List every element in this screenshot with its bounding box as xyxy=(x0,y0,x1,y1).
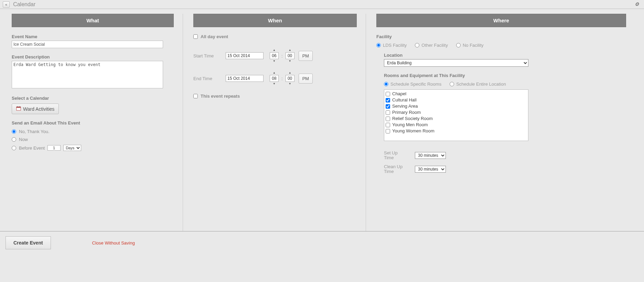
room-checkbox[interactable] xyxy=(386,104,390,109)
end-hour-input[interactable] xyxy=(270,75,279,82)
calendar-icon xyxy=(16,106,21,112)
start-date-input[interactable] xyxy=(226,52,264,59)
end-min-input[interactable] xyxy=(286,75,294,82)
when-column: When All day event Start Time ▲ ▼ : ▲ xyxy=(183,14,366,231)
email-before-count[interactable] xyxy=(47,145,61,151)
what-header: What xyxy=(12,14,174,27)
all-day-label: All day event xyxy=(201,34,228,39)
location-select[interactable]: Erda Building xyxy=(384,59,528,67)
back-button[interactable]: « xyxy=(3,1,10,8)
room-name: Cultural Hall xyxy=(392,97,417,103)
email-radio-no[interactable] xyxy=(12,129,16,134)
select-calendar-label: Select a Calendar xyxy=(12,96,174,101)
start-hour-down[interactable]: ▼ xyxy=(271,59,277,63)
rooms-label: Rooms and Equipment at This Facility xyxy=(384,73,626,78)
facility-radio-lds[interactable] xyxy=(376,43,381,47)
where-column: Where Facility LDS Facility Other Facili… xyxy=(366,14,632,231)
email-radio-before[interactable] xyxy=(12,146,16,150)
start-min-down[interactable]: ▼ xyxy=(287,59,293,63)
room-row[interactable]: Young Men Room xyxy=(386,122,527,128)
start-min-input[interactable] xyxy=(286,52,294,59)
close-without-saving-link[interactable]: Close Without Saving xyxy=(92,240,135,246)
when-header: When xyxy=(193,14,357,27)
room-row[interactable]: Chapel xyxy=(386,91,527,97)
end-hour-up[interactable]: ▲ xyxy=(271,71,277,75)
room-row[interactable]: Primary Room xyxy=(386,109,527,116)
cleanup-time-select[interactable]: 30 minutes xyxy=(415,166,446,173)
topbar: « Calendar ⚙ xyxy=(0,0,644,9)
email-no-label: No, Thank You. xyxy=(19,129,50,134)
facility-other-label: Other Facility xyxy=(421,43,448,48)
setup-time-label: Set Up Time xyxy=(384,151,408,160)
room-checkbox[interactable] xyxy=(386,129,390,133)
email-before-unit-select[interactable]: Days xyxy=(63,145,81,151)
start-ampm-button[interactable]: PM xyxy=(299,51,313,61)
end-ampm-button[interactable]: PM xyxy=(299,74,313,84)
repeats-label: This event repeats xyxy=(201,94,240,99)
event-desc-label: Event Description xyxy=(12,54,174,59)
all-day-checkbox[interactable] xyxy=(193,34,198,39)
schedule-entire-label: Schedule Entire Location xyxy=(456,82,506,87)
main-content: What Event Name Event Description Select… xyxy=(0,9,644,231)
room-checkbox[interactable] xyxy=(386,92,390,96)
where-header: Where xyxy=(376,14,626,27)
email-radio-now[interactable] xyxy=(12,137,16,142)
time-colon: : xyxy=(281,76,283,81)
facility-label: Facility xyxy=(376,34,626,39)
room-name: Primary Room xyxy=(392,109,421,116)
what-column: What Event Name Event Description Select… xyxy=(12,14,183,231)
time-colon: : xyxy=(281,53,283,58)
room-row[interactable]: Cultural Hall xyxy=(386,97,527,103)
room-name: Young Women Room xyxy=(392,128,434,134)
create-event-button[interactable]: Create Event xyxy=(6,236,51,249)
facility-lds-label: LDS Facility xyxy=(383,43,407,48)
send-email-label: Send an Email About This Event xyxy=(12,120,174,126)
facility-radio-none[interactable] xyxy=(456,43,461,47)
settings-icon[interactable]: ⚙ xyxy=(635,1,641,7)
room-name: Relief Society Room xyxy=(392,116,433,122)
end-hour-down[interactable]: ▼ xyxy=(271,82,277,86)
email-now-label: Now xyxy=(19,137,28,142)
rooms-listbox[interactable]: ChapelCultural HallServing AreaPrimary R… xyxy=(384,89,528,141)
calendar-name: Ward Activities xyxy=(23,106,54,112)
page-title: Calendar xyxy=(13,1,35,8)
room-name: Serving Area xyxy=(392,103,418,109)
schedule-specific-label: Schedule Specific Rooms xyxy=(390,82,441,87)
end-min-down[interactable]: ▼ xyxy=(287,82,293,86)
event-name-label: Event Name xyxy=(12,34,174,39)
end-time-label: End Time xyxy=(193,76,219,81)
room-row[interactable]: Young Women Room xyxy=(386,128,527,134)
calendar-chip[interactable]: Ward Activities xyxy=(12,104,59,114)
footer: Create Event Close Without Saving xyxy=(0,231,644,254)
start-hour-up[interactable]: ▲ xyxy=(271,48,277,52)
event-name-input[interactable] xyxy=(12,41,163,48)
room-checkbox[interactable] xyxy=(386,123,390,127)
email-before-label: Before Event xyxy=(19,145,45,151)
end-min-up[interactable]: ▲ xyxy=(287,71,293,75)
event-desc-textarea[interactable] xyxy=(12,61,163,88)
room-name: Young Men Room xyxy=(392,122,428,128)
start-time-label: Start Time xyxy=(193,53,219,58)
schedule-radio-specific[interactable] xyxy=(384,82,388,86)
room-checkbox[interactable] xyxy=(386,110,390,115)
start-min-up[interactable]: ▲ xyxy=(287,48,293,52)
svg-rect-2 xyxy=(17,106,18,107)
facility-none-label: No Facility xyxy=(463,43,484,48)
cleanup-time-label: Clean Up Time xyxy=(384,164,408,174)
repeats-checkbox[interactable] xyxy=(193,94,198,98)
schedule-radio-entire[interactable] xyxy=(450,82,454,86)
location-label: Location xyxy=(384,53,626,58)
svg-rect-3 xyxy=(20,106,20,107)
room-row[interactable]: Serving Area xyxy=(386,103,527,109)
facility-radio-other[interactable] xyxy=(415,43,419,47)
setup-time-select[interactable]: 30 minutes xyxy=(415,152,446,159)
start-hour-input[interactable] xyxy=(270,52,279,59)
room-checkbox[interactable] xyxy=(386,98,390,102)
room-name: Chapel xyxy=(392,91,406,97)
room-row[interactable]: Relief Society Room xyxy=(386,116,527,122)
room-checkbox[interactable] xyxy=(386,117,390,121)
end-date-input[interactable] xyxy=(226,75,264,82)
